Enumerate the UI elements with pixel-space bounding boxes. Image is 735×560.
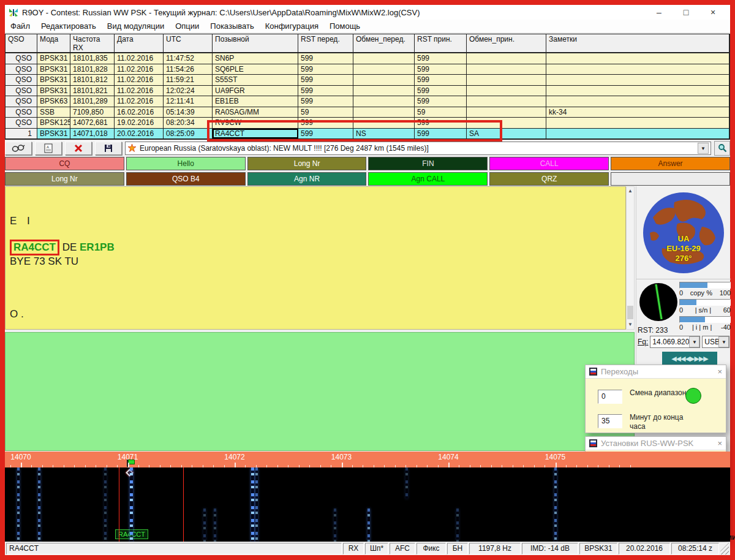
browse-log-button[interactable] [5, 142, 32, 155]
menu-item[interactable]: Редактировать [36, 20, 102, 33]
menu-bar: ФайлРедактироватьВид модуляцииОпцииПоказ… [5, 20, 730, 33]
statusbar-segment[interactable]: AFC [390, 543, 415, 554]
menu-item[interactable]: Опции [170, 20, 205, 33]
save-qso-button[interactable] [95, 142, 122, 155]
log-cell [546, 118, 729, 128]
statusbar-segment[interactable]: 20.02.2016 [619, 543, 670, 554]
statusbar-segment[interactable]: БН [447, 543, 468, 554]
rx-scrollbar[interactable]: ▲ ▼ [626, 186, 635, 330]
scrollbar-thumb[interactable] [627, 306, 633, 319]
macro-button[interactable]: FIN [368, 157, 488, 170]
log-header-cell[interactable]: Обмен_прин. [467, 34, 546, 52]
log-cell: 599 [298, 75, 353, 85]
log-row[interactable]: QSOBPSK6318101,28911.02.201612:11:41EB1E… [6, 96, 729, 107]
log-row[interactable]: 1BPSK3114071,01820.02.201608:25:09RA4CCT… [6, 129, 729, 140]
settings-title-bar[interactable]: Установки RUS-WW-PSK × [586, 437, 726, 450]
statusbar-segment[interactable]: 1197,8 Hz [469, 543, 521, 554]
statusbar-segment[interactable]: 08:25:14 z [671, 543, 719, 554]
rx-window[interactable]: E I RA4CCT DE ER1PB BYE 73 SK TU O . [5, 186, 626, 330]
macro-button[interactable]: CALL [489, 157, 609, 170]
minutes-left-field[interactable]: 35 [598, 414, 622, 428]
log-header-cell[interactable]: UTC [164, 34, 213, 52]
log-header-cell[interactable]: QSO [6, 34, 37, 52]
sideband-combo[interactable]: USB ▼ [702, 336, 729, 348]
globe-target-info: UA EU-16-29 276° [636, 234, 731, 263]
log-row[interactable]: QSOBPSK3118101,82811.02.201611:54:26SQ6P… [6, 64, 729, 75]
macro-button[interactable]: Agn NR [247, 172, 367, 186]
log-cell: S55ST [213, 75, 298, 85]
scale-frequency-label: 14072 [224, 453, 244, 461]
scale-frequency-label: 14073 [331, 453, 352, 461]
log-header-cell[interactable]: Мода [37, 34, 70, 52]
log-header-cell[interactable]: Обмен_перед. [353, 34, 415, 52]
macro-button[interactable]: QRZ [489, 172, 609, 186]
macro-button[interactable]: Long Nr [5, 172, 124, 186]
menu-item[interactable]: Файл [5, 20, 36, 33]
band-change-label: Смена диапазона [630, 388, 691, 398]
resize-grip-icon[interactable] [720, 543, 729, 554]
macro-button[interactable] [611, 172, 730, 186]
right-panel: UA EU-16-29 276° RST: 233 0copy %1000| s… [636, 186, 730, 364]
menu-item[interactable]: Вид модуляции [102, 20, 170, 33]
rx-de-text: DE [59, 241, 80, 253]
log-cell [353, 64, 415, 75]
log-header-cell[interactable]: RST перед. [298, 34, 353, 52]
scroll-down-icon[interactable]: ▼ [627, 320, 634, 329]
close-icon[interactable]: × [717, 367, 722, 376]
scroll-up-icon[interactable]: ▲ [627, 187, 634, 195]
frequency-combo[interactable]: 14.069.820 ▼ [650, 336, 700, 348]
maximize-icon[interactable]: □ [673, 7, 699, 17]
macro-button[interactable]: Long Nr [247, 157, 367, 170]
macro-button[interactable]: CQ [5, 157, 124, 170]
log-header-cell[interactable]: Заметки [546, 34, 729, 52]
log-header-cell[interactable]: Дата [115, 34, 164, 52]
band-change-field[interactable]: 0 [598, 390, 622, 404]
statusbar-segment[interactable]: Фикс [417, 543, 446, 554]
lookup-result-combo[interactable]: European Russia (Saratovskaya oblast): N… [125, 142, 711, 155]
log-row[interactable]: QSOBPSK3118101,82111.02.201612:02:24UA9F… [6, 86, 729, 97]
log-cell: 05:14:39 [164, 107, 213, 118]
log-cell: kk-34 [546, 107, 729, 118]
macro-button[interactable]: QSO B4 [126, 172, 246, 186]
statusbar-segment[interactable]: RX [343, 543, 364, 554]
chevron-down-icon[interactable]: ▼ [689, 336, 699, 347]
statusbar-segment[interactable]: Шп* [365, 543, 388, 554]
rx-own-callsign[interactable]: ER1PB [80, 241, 115, 253]
log-cell: 19.02.2016 [115, 118, 164, 128]
minimize-icon[interactable]: – [646, 7, 673, 17]
statusbar-segment[interactable]: IMD: -14 dB [522, 543, 578, 554]
meter-track [679, 282, 731, 289]
log-cell: BPSK31 [37, 86, 70, 96]
waterfall-display[interactable]: RA4CCT [5, 467, 730, 542]
macro-button[interactable]: Answer [611, 157, 730, 170]
close-icon[interactable]: × [717, 439, 722, 448]
rx-text-line: RA4CCT DE ER1PB [10, 240, 115, 255]
tx-window[interactable] [5, 332, 635, 451]
chevron-down-icon[interactable]: ▼ [718, 336, 729, 347]
edit-log-button[interactable]: A [35, 142, 62, 155]
log-cell: QSO [6, 96, 37, 107]
chevron-down-icon[interactable]: ▼ [698, 143, 709, 154]
statusbar-segment[interactable]: BPSK31 [579, 543, 617, 554]
waterfall-scale[interactable]: 140701407114072140731407414075 [5, 452, 730, 467]
menu-item[interactable]: Помощь [324, 20, 366, 33]
menu-item[interactable]: Конфигурация [260, 20, 324, 33]
menu-item[interactable]: Показывать [205, 20, 259, 33]
rx-highlighted-callsign[interactable]: RA4CCT [10, 240, 59, 255]
log-cell [353, 96, 415, 107]
search-button[interactable] [714, 141, 730, 156]
log-row[interactable]: QSOBPSK12514072,68119.02.201608:20:34RV9… [6, 118, 729, 129]
log-header-cell[interactable]: Позывной [213, 34, 298, 52]
status-bar: RA4CCTRXШп*AFCФиксБН1197,8 HzIMD: -14 dB… [5, 542, 730, 555]
macro-button[interactable]: Agn CALL [368, 172, 488, 186]
log-header-cell[interactable]: RST прин. [415, 34, 467, 52]
close-icon[interactable]: × [699, 7, 726, 17]
log-row[interactable]: QSOBPSK3118101,83511.02.201611:47:52SN6P… [6, 53, 729, 64]
log-row[interactable]: QSOSSB7109,85016.02.201605:14:39RA0SAG/M… [6, 107, 729, 118]
log-row[interactable]: QSOBPSK3118101,81211.02.201611:59:21S55S… [6, 75, 729, 86]
tuning-arrows-button[interactable]: ◀◀◀◀▶▶▶▶ [662, 352, 717, 365]
delete-qso-button[interactable] [65, 142, 92, 155]
log-header-cell[interactable]: Частота RX [70, 34, 115, 52]
macro-button[interactable]: Hello [126, 157, 246, 170]
transitions-title-bar[interactable]: Переходы × [586, 365, 726, 379]
